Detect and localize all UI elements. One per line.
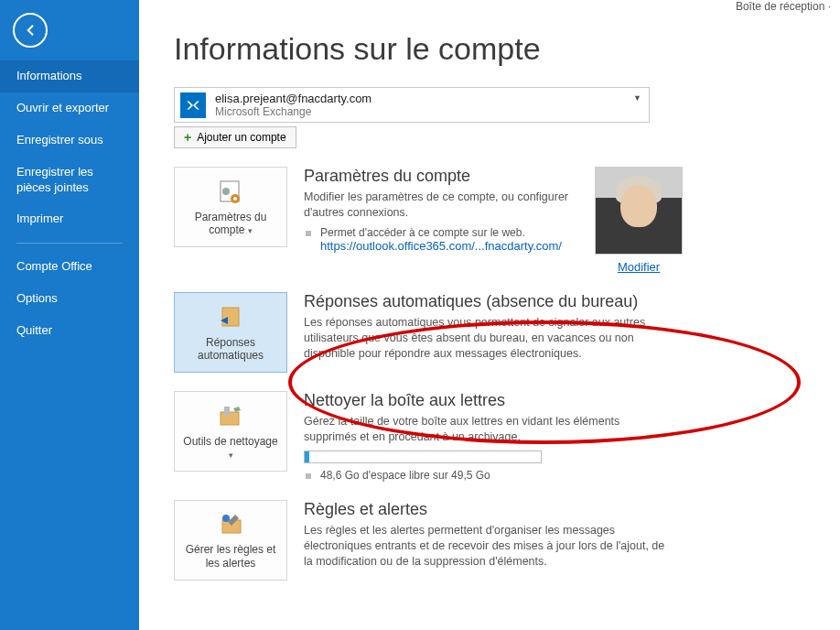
section-body: Gérez la taille de votre boîte aux lettr…	[304, 414, 670, 445]
rules-icon	[215, 510, 246, 539]
plus-icon: +	[184, 130, 191, 145]
nav-open-export[interactable]: Ouvrir et exporter	[0, 92, 139, 125]
svg-point-3	[233, 197, 237, 201]
nav-print[interactable]: Imprimer	[0, 203, 139, 235]
account-settings-icon	[215, 178, 246, 207]
add-account-button[interactable]: + Ajouter un compte	[174, 126, 296, 148]
tile-label: Paramètres du compte ▾	[180, 211, 281, 237]
tile-label: Réponses automatiques	[180, 336, 281, 363]
cleanup-icon	[215, 402, 246, 431]
profile-photo	[595, 167, 683, 255]
section-title: Nettoyer la boîte aux lettres	[304, 391, 670, 410]
tile-auto-replies[interactable]: Réponses automatiques	[174, 292, 287, 373]
back-button[interactable]	[13, 13, 48, 48]
section-account-settings: Paramètres du compte ▾ Paramètres du com…	[174, 167, 814, 274]
owa-link[interactable]: https://outlook.office365.com/...fnacdar…	[320, 239, 562, 253]
chevron-down-icon: ▼	[633, 93, 641, 103]
svg-rect-6	[224, 407, 230, 416]
nav-save-attachments[interactable]: Enregistrer les pièces jointes	[0, 157, 139, 204]
section-title: Règles et alertes	[304, 500, 670, 519]
nav-separator	[16, 243, 123, 244]
section-body: Les règles et les alertes permettent d'o…	[304, 523, 670, 570]
exchange-icon	[180, 92, 206, 118]
section-title: Réponses automatiques (absence du bureau…	[304, 292, 670, 311]
main-panel: Informations sur le compte elisa.prejean…	[139, 0, 840, 581]
tile-label: Gérer les règles et les alertes	[180, 543, 281, 570]
section-body: Modifier les paramètres de ce compte, ou…	[304, 190, 569, 221]
nav-save-as[interactable]: Enregistrer sous	[0, 125, 139, 157]
svg-point-1	[222, 188, 230, 195]
web-access-label: Permet d'accéder à ce compte sur le web.	[320, 226, 569, 239]
nav-options[interactable]: Options	[0, 283, 139, 315]
section-rules: Gérer les règles et les alertes Règles e…	[174, 500, 814, 581]
backstage-sidebar: Informations Ouvrir et exporter Enregist…	[0, 0, 139, 630]
tile-rules-alerts[interactable]: Gérer les règles et les alertes	[174, 500, 287, 581]
nav-office-account[interactable]: Compte Office	[0, 251, 139, 283]
modify-photo-link[interactable]: Modifier	[595, 260, 683, 274]
nav-quit[interactable]: Quitter	[0, 315, 139, 347]
account-email: elisa.prejeant@fnacdarty.com	[215, 92, 372, 105]
nav-informations[interactable]: Informations	[0, 60, 139, 92]
tile-cleanup-tools[interactable]: Outils de nettoyage ▾	[174, 391, 287, 472]
auto-reply-icon	[215, 303, 246, 332]
section-auto-replies: Réponses automatiques Réponses automatiq…	[174, 292, 814, 373]
storage-text: 48,6 Go d'espace libre sur 49,5 Go	[320, 469, 670, 482]
svg-rect-4	[222, 308, 239, 326]
page-title: Informations sur le compte	[174, 31, 840, 67]
account-selector[interactable]: elisa.prejeant@fnacdarty.com Microsoft E…	[174, 87, 650, 123]
tile-account-settings[interactable]: Paramètres du compte ▾	[174, 167, 287, 247]
section-title: Paramètres du compte	[304, 167, 569, 186]
section-cleanup: Outils de nettoyage ▾ Nettoyer la boîte …	[174, 391, 814, 482]
svg-point-8	[222, 515, 230, 522]
add-account-label: Ajouter un compte	[197, 131, 285, 144]
account-type: Microsoft Exchange	[215, 105, 372, 118]
section-body: Les réponses automatiques vous permetten…	[304, 315, 670, 362]
storage-bar	[304, 451, 542, 463]
tile-label: Outils de nettoyage ▾	[180, 435, 281, 462]
